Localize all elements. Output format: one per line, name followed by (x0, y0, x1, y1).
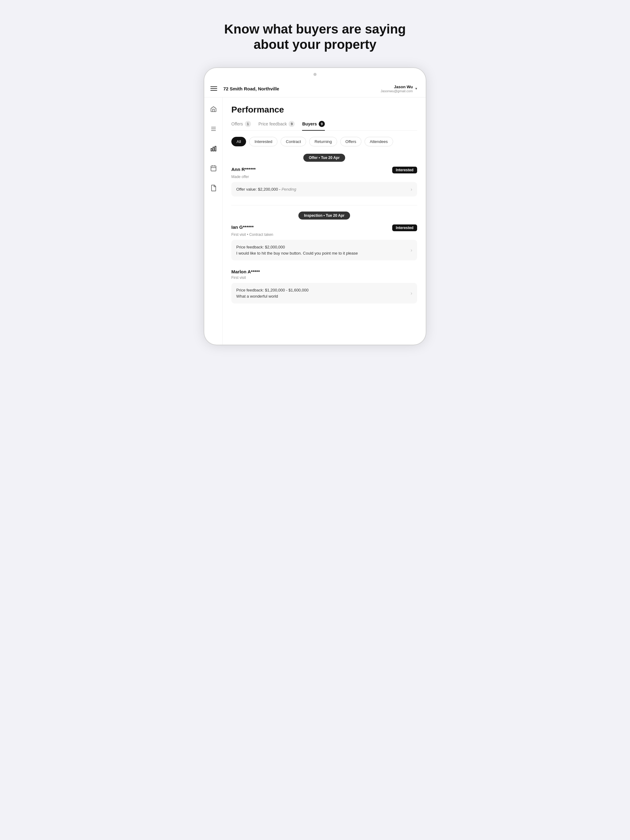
svg-rect-6 (211, 166, 216, 171)
group-badge-inspection: Inspection • Tue 20 Apr (298, 212, 350, 219)
buyer-section-ian: Ian G****** Interested First visit • Con… (231, 224, 417, 261)
buyer-header-marlon: Marlon A***** (231, 269, 417, 274)
sidebar-item-calendar[interactable] (208, 163, 219, 174)
tab-price-feedback-label: Price feedback (258, 122, 287, 126)
user-details: Jason Wu Jasonwu@gmail.com (380, 85, 413, 93)
divider-1 (231, 205, 417, 205)
tab-offers[interactable]: Offers 1 (231, 121, 251, 131)
user-name: Jason Wu (380, 85, 413, 89)
sidebar-item-home[interactable] (208, 104, 219, 115)
property-address: 72 Smith Road, Northville (223, 86, 279, 91)
offer-pending-ann: Pending (282, 187, 296, 191)
comment-ian: I would like to hit the buy now button. … (236, 250, 358, 256)
comment-marlon: What a wonderful world (236, 293, 309, 300)
tab-buyers[interactable]: Buyers 9 (302, 121, 324, 131)
filter-all[interactable]: All (231, 137, 246, 146)
filter-contract[interactable]: Contract (280, 137, 306, 146)
chevron-right-icon-ian: › (411, 248, 412, 253)
buyer-status-ann: Interested (392, 167, 417, 174)
price-feedback-marlon: Price feedback: $1,200,000 - $1,600,000 (236, 287, 309, 293)
price-feedback-ian: Price feedback: $2,000,000 (236, 244, 358, 250)
sidebar (204, 98, 223, 345)
buyer-section-ann: Ann R****** Interested Made offer Offer … (231, 167, 417, 197)
buyer-name-marlon: Marlon A***** (231, 269, 260, 274)
buyer-subtitle-marlon: First visit (231, 275, 417, 280)
menu-button[interactable] (211, 87, 217, 91)
offer-value-ann: Offer value: $2,200,000 - (236, 187, 282, 191)
hero-title: Know what buyers are saying about your p… (223, 22, 407, 52)
user-email: Jasonwu@gmail.com (380, 89, 413, 93)
header-left: 72 Smith Road, Northville (211, 86, 279, 91)
buyer-name-ann: Ann R****** (231, 167, 256, 172)
filter-returning[interactable]: Returning (309, 137, 337, 146)
tablet-camera (313, 73, 317, 76)
app-shell: 72 Smith Road, Northville Jason Wu Jason… (204, 80, 426, 345)
filter-offers[interactable]: Offers (340, 137, 361, 146)
buyer-card-ian[interactable]: Price feedback: $2,000,000 I would like … (231, 240, 417, 261)
tab-price-feedback[interactable]: Price feedback 9 (258, 121, 295, 131)
group-label-offer: Offer • Tue 20 Apr (231, 154, 417, 162)
tablet-frame: 72 Smith Road, Northville Jason Wu Jason… (204, 68, 426, 345)
sidebar-item-chart[interactable] (208, 143, 219, 154)
buyer-header-ian: Ian G****** Interested (231, 224, 417, 231)
buyer-name-ian: Ian G****** (231, 224, 254, 230)
user-menu[interactable]: Jason Wu Jasonwu@gmail.com ▾ (380, 85, 417, 93)
tab-price-feedback-badge: 9 (288, 121, 295, 127)
sidebar-item-list[interactable] (208, 123, 219, 134)
filter-attendees[interactable]: Attendees (364, 137, 393, 146)
app-header: 72 Smith Road, Northville Jason Wu Jason… (204, 80, 426, 98)
buyer-card-ann[interactable]: Offer value: $2,200,000 - Pending › (231, 182, 417, 197)
buyer-section-marlon: Marlon A***** First visit Price feedback… (231, 269, 417, 303)
svg-rect-5 (215, 146, 216, 151)
buyer-card-text-marlon: Price feedback: $1,200,000 - $1,600,000 … (236, 287, 309, 299)
tabs: Offers 1 Price feedback 9 Buyers 9 (231, 121, 417, 131)
main-content: Performance Offers 1 Price feedback 9 Bu… (223, 98, 426, 345)
group-label-inspection: Inspection • Tue 20 Apr (231, 212, 417, 219)
tab-buyers-label: Buyers (302, 122, 317, 126)
page-title: Performance (231, 105, 417, 115)
svg-rect-3 (211, 148, 212, 151)
tab-offers-label: Offers (231, 122, 243, 126)
buyer-card-text-ann: Offer value: $2,200,000 - Pending (236, 186, 296, 193)
group-badge-offer: Offer • Tue 20 Apr (303, 154, 345, 162)
buyer-card-text-ian: Price feedback: $2,000,000 I would like … (236, 244, 358, 256)
tab-buyers-badge: 9 (319, 121, 325, 127)
svg-rect-4 (213, 147, 214, 151)
filter-pills: All Interested Contract Returning Offers… (231, 137, 417, 146)
app-body: Performance Offers 1 Price feedback 9 Bu… (204, 98, 426, 345)
sidebar-item-document[interactable] (208, 182, 219, 193)
buyer-status-ian: Interested (392, 224, 417, 231)
buyer-card-marlon[interactable]: Price feedback: $1,200,000 - $1,600,000 … (231, 283, 417, 303)
chevron-down-icon: ▾ (415, 87, 417, 91)
chevron-right-icon-ann: › (411, 186, 412, 192)
chevron-right-icon-marlon: › (411, 291, 412, 296)
buyer-subtitle-ann: Made offer (231, 175, 417, 179)
buyer-subtitle-ian: First visit • Contract taken (231, 232, 417, 237)
filter-interested[interactable]: Interested (249, 137, 277, 146)
buyer-header-ann: Ann R****** Interested (231, 167, 417, 174)
tab-offers-badge: 1 (245, 121, 251, 127)
